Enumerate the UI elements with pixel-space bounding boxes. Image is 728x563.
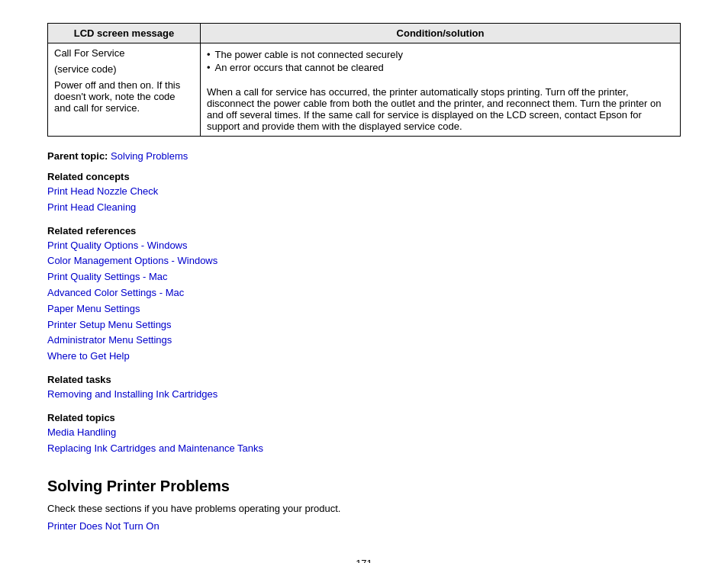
- related-concepts-label: Related concepts: [47, 171, 681, 182]
- bullet-icon-2: •: [207, 62, 211, 73]
- parent-topic-label: Parent topic:: [47, 150, 108, 162]
- link-where-to-get-help[interactable]: Where to Get Help: [47, 349, 681, 365]
- link-print-head-nozzle[interactable]: Print Head Nozzle Check: [47, 184, 681, 200]
- bullet-2: • An error occurs that cannot be cleared: [207, 62, 674, 73]
- table-header-condition: Condition/solution: [201, 24, 681, 43]
- solving-heading: Solving Printer Problems: [47, 478, 681, 495]
- link-replacing-ink-cartridges[interactable]: Replacing Ink Cartridges and Maintenance…: [47, 441, 681, 457]
- related-references-section: Related references Print Quality Options…: [47, 225, 681, 365]
- link-administrator-menu[interactable]: Administrator Menu Settings: [47, 333, 681, 349]
- related-topics-section: Related topics Media Handling Replacing …: [47, 412, 681, 457]
- service-code-text: (service code): [54, 63, 194, 75]
- parent-topic-link[interactable]: Solving Problems: [111, 150, 188, 162]
- related-tasks-section: Related tasks Removing and Installing In…: [47, 374, 681, 403]
- link-removing-installing-ink[interactable]: Removing and Installing Ink Cartridges: [47, 387, 681, 403]
- link-print-quality-mac[interactable]: Print Quality Settings - Mac: [47, 269, 681, 285]
- link-print-head-cleaning[interactable]: Print Head Cleaning: [47, 200, 681, 216]
- link-color-management-windows[interactable]: Color Management Options - Windows: [47, 253, 681, 269]
- page-number: 171: [47, 558, 681, 563]
- link-print-quality-windows[interactable]: Print Quality Options - Windows: [47, 238, 681, 254]
- solving-description: Check these sections if you have problem…: [47, 503, 681, 514]
- bullet-1: • The power cable is not connected secur…: [207, 49, 674, 60]
- link-advanced-color-mac[interactable]: Advanced Color Settings - Mac: [47, 285, 681, 301]
- link-printer-setup-menu[interactable]: Printer Setup Menu Settings: [47, 317, 681, 333]
- solving-printer-problems-section: Solving Printer Problems Check these sec…: [47, 478, 681, 535]
- power-off-instruction: Power off and then on. If this doesn't w…: [54, 79, 194, 114]
- parent-topic-line: Parent topic: Solving Problems: [47, 150, 681, 162]
- related-topics-label: Related topics: [47, 412, 681, 423]
- content-area: LCD screen message Condition/solution Ca…: [47, 23, 681, 563]
- lcd-table: LCD screen message Condition/solution Ca…: [47, 23, 681, 137]
- related-references-label: Related references: [47, 225, 681, 236]
- table-header-message: LCD screen message: [48, 24, 201, 43]
- link-paper-menu[interactable]: Paper Menu Settings: [47, 301, 681, 317]
- call-for-service-text: Call For Service: [54, 47, 194, 59]
- bullet-icon: •: [207, 49, 211, 60]
- bullet-1-text: The power cable is not connected securel…: [215, 49, 403, 60]
- related-tasks-label: Related tasks: [47, 374, 681, 385]
- table-cell-condition: • The power cable is not connected secur…: [201, 43, 681, 137]
- table-row: Call For Service (service code) Power of…: [48, 43, 681, 137]
- condition-paragraph: When a call for service has occurred, th…: [207, 86, 674, 132]
- bullet-2-text: An error occurs that cannot be cleared: [215, 62, 384, 73]
- related-concepts-section: Related concepts Print Head Nozzle Check…: [47, 171, 681, 216]
- link-printer-not-turn-on[interactable]: Printer Does Not Turn On: [47, 519, 681, 535]
- link-media-handling[interactable]: Media Handling: [47, 425, 681, 441]
- table-cell-message: Call For Service (service code) Power of…: [48, 43, 201, 137]
